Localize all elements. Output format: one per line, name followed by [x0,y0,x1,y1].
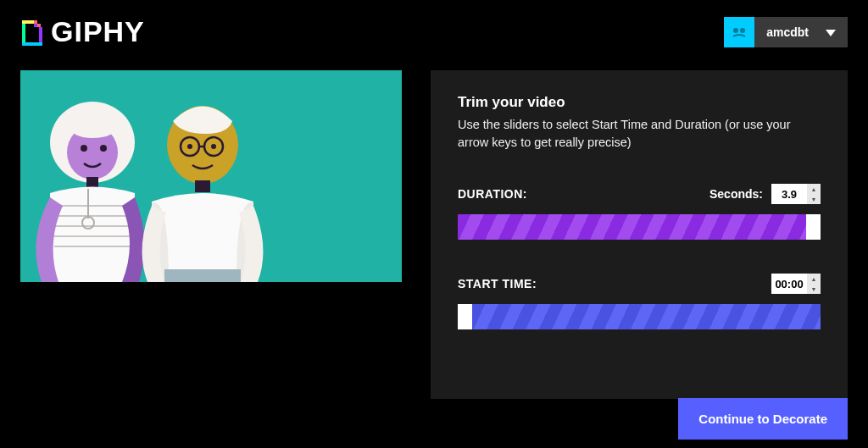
panel-description: Use the sliders to select Start Time and… [458,116,821,152]
duration-unit: Seconds: [709,187,763,201]
svg-point-13 [100,145,107,152]
start-time-row: START TIME: ▲ ▼ [458,274,821,294]
svg-point-8 [740,28,745,33]
svg-rect-5 [37,24,41,27]
svg-rect-27 [195,180,210,192]
svg-rect-1 [39,27,42,44]
panel-title: Trim your video [458,94,821,111]
brand-name: GIPHY [51,15,145,48]
svg-rect-3 [22,20,34,24]
start-time-slider[interactable] [458,304,821,329]
start-time-slider-fill [472,304,821,329]
header: GIPHY amcdbt [0,0,868,57]
start-time-stepper[interactable]: ▲ ▼ [807,274,821,294]
user-name-dropdown[interactable]: amcdbt [754,17,848,47]
logo[interactable]: GIPHY [20,15,145,48]
duration-stepper[interactable]: ▲ ▼ [807,184,821,204]
chevron-down-icon [826,25,836,39]
duration-input[interactable]: ▲ ▼ [771,184,821,204]
start-time-value-field[interactable] [771,274,807,294]
svg-rect-4 [34,20,37,24]
svg-rect-0 [22,22,25,44]
user-menu[interactable]: amcdbt [724,17,848,47]
svg-point-26 [211,144,216,149]
svg-marker-9 [826,30,836,36]
continue-to-decorate-button[interactable]: Continue to Decorate [678,398,848,440]
duration-label: DURATION: [458,187,527,201]
user-name: amcdbt [766,25,809,39]
start-time-input[interactable]: ▲ ▼ [771,274,821,294]
main-content: Trim your video Use the sliders to selec… [0,57,868,399]
start-time-step-down-icon[interactable]: ▼ [807,284,821,294]
giphy-logo-icon [20,19,44,46]
svg-rect-6 [34,24,37,27]
svg-rect-28 [164,269,241,282]
duration-step-down-icon[interactable]: ▼ [807,194,821,204]
svg-point-12 [81,145,87,152]
user-avatar-icon [724,17,754,47]
duration-slider-fill [458,214,806,240]
start-time-step-up-icon[interactable]: ▲ [807,274,821,284]
svg-point-7 [733,28,738,33]
duration-slider[interactable] [458,214,821,240]
video-preview[interactable] [20,70,402,282]
start-time-label: START TIME: [458,277,537,290]
duration-row: DURATION: Seconds: ▲ ▼ [458,184,821,204]
duration-value-field[interactable] [771,184,807,204]
trim-panel: Trim your video Use the sliders to selec… [431,70,848,399]
svg-rect-2 [22,42,42,46]
duration-step-up-icon[interactable]: ▲ [807,184,821,194]
svg-point-25 [187,144,192,149]
